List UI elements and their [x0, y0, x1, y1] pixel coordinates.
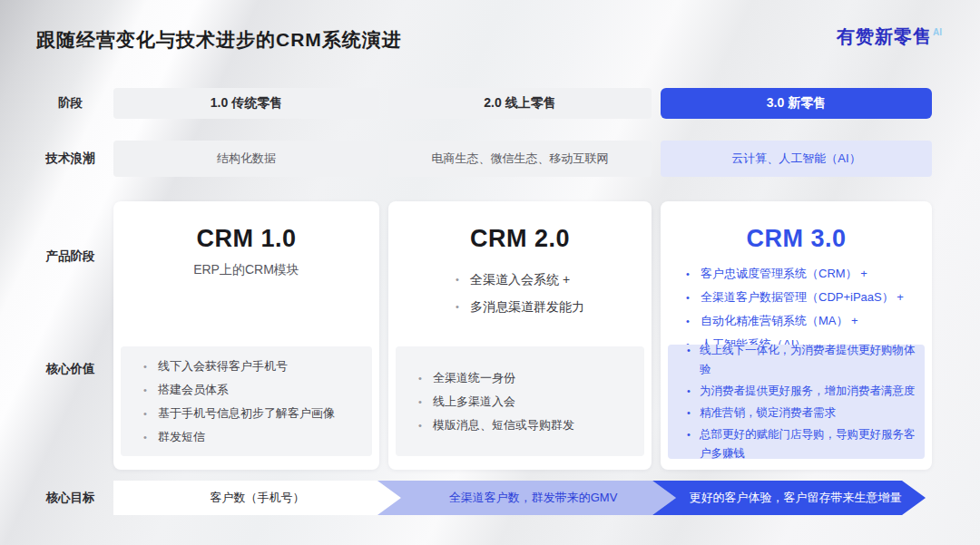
crm-3-title: CRM 3.0: [661, 225, 932, 253]
goal-arrow-track: 客户数（手机号） 全渠道客户数，群发带来的GMV 更好的客户体验，客户留存带来生…: [113, 481, 932, 515]
value-bullet: 基于手机号信息初步了解客户画像: [143, 402, 363, 425]
tech-wave-row: 技术浪潮 结构化数据 电商生态、微信生态、移动互联网 云计算、人工智能（AI）: [36, 141, 944, 177]
product-bullet: 客户忠诚度管理系统（CRM） +: [686, 262, 932, 286]
value-bullet: 全渠道统一身份: [418, 366, 635, 390]
crm-1-title: CRM 1.0: [113, 225, 379, 253]
slide-canvas: 跟随经营变化与技术进步的CRM系统演进 有赞新零售AI 阶段 1.0 传统零售 …: [0, 0, 980, 545]
tech-cell-cloud-ai: 云计算、人工智能（AI）: [661, 141, 932, 177]
brand-logo-ai-mark: AI: [933, 27, 942, 37]
stage-cell-online-retail: 2.0 线上零售: [388, 88, 652, 119]
crm-1-value-list: 线下入会获得客户手机号 搭建会员体系 基于手机号信息初步了解客户画像 群发短信: [143, 355, 363, 449]
goal-arrow-1-label: 客户数（手机号）: [211, 490, 305, 506]
goal-arrow-2: 全渠道客户数，群发带来的GMV: [377, 481, 676, 515]
value-bullet: 线上多渠道入会: [418, 390, 635, 414]
crm-2-product-list: 全渠道入会系统 + 多消息渠道群发能力: [456, 266, 584, 320]
row-label-stage: 阶段: [36, 88, 104, 119]
goal-arrow-3-label: 更好的客户体验，客户留存带来生意增量: [690, 490, 902, 506]
brand-logo-text: 有赞新零售: [837, 26, 932, 46]
crm-3-value-list: 线上线下一体化，为消费者提供更好购物体验 为消费者提供更好服务，增加消费者满意度…: [687, 339, 916, 464]
value-bullet: 群发短信: [143, 425, 363, 449]
crm-2-value-panel: 全渠道统一身份 线上多渠道入会 模版消息、短信或导购群发: [396, 346, 644, 456]
product-bullet: 多消息渠道群发能力: [456, 293, 584, 320]
crm-1-value-panel: 线下入会获得客户手机号 搭建会员体系 基于手机号信息初步了解客户画像 群发短信: [121, 346, 372, 456]
crm-2-title: CRM 2.0: [388, 225, 652, 253]
tech-cell-ecommerce-wechat-mobile: 电商生态、微信生态、移动互联网: [388, 141, 652, 177]
stage-row: 阶段 1.0 传统零售 2.0 线上零售 3.0 新零售: [36, 88, 944, 119]
product-bullet: 全渠道入会系统 +: [456, 266, 584, 293]
tech-cell-structured-data: 结构化数据: [113, 141, 379, 177]
page-title: 跟随经营变化与技术进步的CRM系统演进: [36, 27, 402, 53]
brand-logo: 有赞新零售AI: [837, 24, 942, 49]
row-labels-column: 产品阶段 核心价值: [36, 201, 104, 470]
value-bullet: 为消费者提供更好服务，增加消费者满意度: [687, 380, 916, 402]
crm-2-value-list: 全渠道统一身份 线上多渠道入会 模版消息、短信或导购群发: [418, 366, 635, 437]
crm-2-card: CRM 2.0 全渠道入会系统 + 多消息渠道群发能力 全渠道统一身份 线上多渠…: [388, 201, 652, 470]
value-bullet: 模版消息、短信或导购群发: [418, 414, 635, 437]
product-bullet: 自动化精准营销系统（MA） +: [686, 309, 932, 333]
value-bullet: 搭建会员体系: [143, 378, 363, 402]
goal-arrow-2-label: 全渠道客户数，群发带来的GMV: [449, 490, 618, 506]
row-label-product-stage: 产品阶段: [36, 248, 104, 265]
row-label-core-goal: 核心目标: [36, 481, 104, 515]
crm-1-subtitle: ERP上的CRM模块: [113, 262, 379, 278]
value-bullet: 线下入会获得客户手机号: [143, 355, 363, 378]
product-bullet: 全渠道客户数据管理（CDP+iPaaS） +: [686, 286, 932, 309]
row-label-tech-wave: 技术浪潮: [36, 141, 104, 177]
crm-1-card: CRM 1.0 ERP上的CRM模块 线下入会获得客户手机号 搭建会员体系 基于…: [113, 201, 379, 470]
crm-3-value-panel: 线上线下一体化，为消费者提供更好购物体验 为消费者提供更好服务，增加消费者满意度…: [668, 345, 925, 459]
value-bullet: 总部更好的赋能门店导购，导购更好服务客户多赚钱: [687, 423, 916, 464]
product-value-row: 产品阶段 核心价值 CRM 1.0 ERP上的CRM模块 线下入会获得客户手机号…: [36, 201, 944, 470]
row-label-core-value: 核心价值: [36, 361, 104, 377]
value-bullet: 线上线下一体化，为消费者提供更好购物体验: [687, 339, 916, 380]
stage-cell-traditional-retail: 1.0 传统零售: [113, 88, 379, 119]
stage-cell-new-retail: 3.0 新零售: [661, 88, 932, 119]
goal-arrow-1: 客户数（手机号）: [113, 481, 401, 515]
value-bullet: 精准营销，锁定消费者需求: [687, 402, 916, 423]
crm-3-card: CRM 3.0 客户忠诚度管理系统（CRM） + 全渠道客户数据管理（CDP+i…: [661, 201, 932, 470]
core-goal-row: 核心目标 客户数（手机号） 全渠道客户数，群发带来的GMV 更好的客户体验，客户…: [36, 481, 944, 515]
goal-arrow-3: 更好的客户体验，客户留存带来生意增量: [652, 481, 926, 515]
